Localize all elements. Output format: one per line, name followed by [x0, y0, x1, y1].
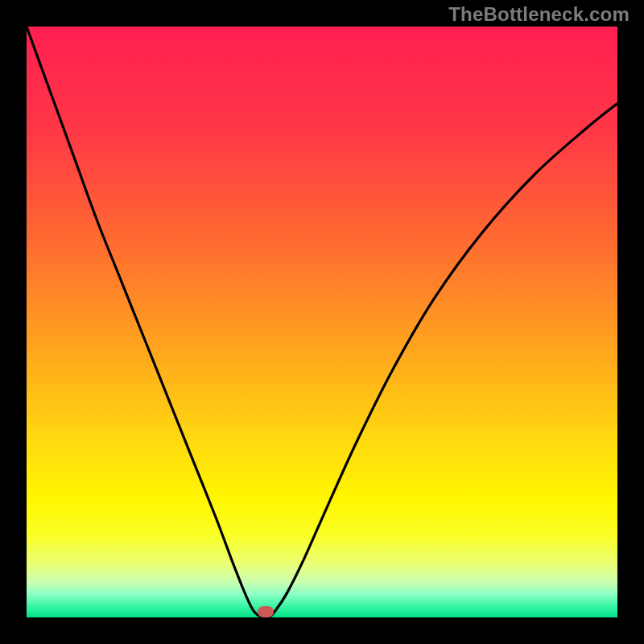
outer-frame: TheBottleneck.com	[0, 0, 644, 644]
plot-area	[27, 27, 617, 617]
svg-rect-0	[27, 27, 617, 617]
optimal-point-marker	[258, 606, 274, 617]
gradient-background	[27, 27, 617, 617]
watermark-text: TheBottleneck.com	[448, 3, 630, 26]
